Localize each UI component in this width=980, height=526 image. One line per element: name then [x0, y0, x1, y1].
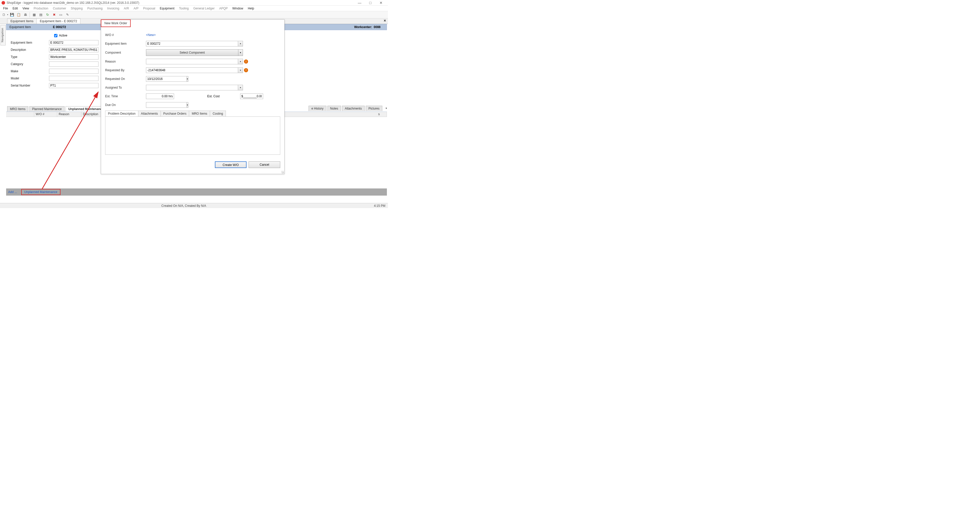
menu-production[interactable]: Production: [32, 6, 50, 11]
dlg-assigned-to-combo[interactable]: ▾: [146, 85, 243, 90]
dlg-reason-combo[interactable]: ▾: [146, 59, 243, 64]
menu-proposal[interactable]: Proposal: [141, 6, 157, 11]
grid-col-description[interactable]: Description: [81, 112, 102, 117]
menu-ar[interactable]: A/R: [122, 6, 131, 11]
dlg-equipment-combo[interactable]: ▾: [146, 41, 243, 46]
menu-tooling[interactable]: Tooling: [177, 6, 191, 11]
menu-view[interactable]: View: [21, 6, 31, 11]
wo-number-value: <New>: [146, 33, 156, 37]
dlg-assigned-to-input[interactable]: [146, 85, 238, 90]
tab-problem-description[interactable]: Problem Description: [105, 110, 138, 116]
dlg-reason-input[interactable]: [146, 59, 238, 64]
menu-edit[interactable]: Edit: [11, 6, 20, 11]
tabs-overflow-icon[interactable]: ▾: [386, 107, 387, 110]
print-icon[interactable]: 🖶: [22, 12, 28, 18]
menu-file[interactable]: File: [1, 6, 10, 11]
maximize-button[interactable]: □: [365, 1, 375, 5]
delete-icon[interactable]: ✖: [51, 12, 57, 18]
description-label: Description: [11, 48, 49, 52]
subtab-notes[interactable]: Notes: [328, 106, 341, 111]
menu-gl[interactable]: General Ledger: [191, 6, 217, 11]
tab-purchase-orders[interactable]: Purchase Orders: [161, 110, 189, 116]
window-title: ShopEdge - logged into database react2db…: [6, 1, 354, 5]
chevron-down-icon[interactable]: ▾: [238, 67, 243, 73]
header-workcenter: Workcenter: 0088: [354, 25, 387, 29]
grid-col-reason[interactable]: Reason: [57, 112, 81, 117]
grid-col-s[interactable]: s: [377, 112, 387, 117]
header-equipment-label: Equipment Item: [6, 25, 34, 29]
dlg-requested-by-input[interactable]: [146, 67, 238, 73]
navigation-panel-tab[interactable]: Navigation: [0, 25, 6, 45]
dlg-due-on-label: Due On: [105, 103, 146, 107]
dlg-requested-by-combo[interactable]: ▾: [146, 67, 243, 73]
menu-equipment[interactable]: Equipment: [158, 6, 177, 11]
menu-shipping[interactable]: Shipping: [68, 6, 85, 11]
minimize-button[interactable]: —: [354, 1, 365, 5]
make-input[interactable]: [49, 69, 99, 74]
chevron-down-icon[interactable]: ▾: [238, 59, 243, 64]
dlg-due-on-input[interactable]: [146, 102, 186, 108]
create-wo-button[interactable]: Create W/O: [215, 161, 247, 168]
tab-equipment-item-detail[interactable]: Equipment Item - E 000272: [37, 18, 80, 24]
dlg-reason-label: Reason: [105, 60, 146, 63]
dlg-requested-on-combo[interactable]: ▾: [146, 76, 177, 82]
chevron-down-icon[interactable]: ▾: [238, 41, 243, 46]
new-dropdown-icon[interactable]: ▾: [7, 14, 8, 16]
menu-customer[interactable]: Customer: [51, 6, 68, 11]
dlg-equipment-input[interactable]: [146, 41, 238, 46]
serial-input[interactable]: [49, 83, 99, 88]
category-input[interactable]: [49, 62, 99, 67]
equipment-item-input[interactable]: [49, 40, 99, 45]
refresh-icon[interactable]: ↻: [45, 12, 50, 18]
menu-ap[interactable]: A/P: [131, 6, 140, 11]
subtab-planned-maintenance[interactable]: Planned Maintenance: [29, 106, 65, 112]
select-component-dropdown-icon[interactable]: ▾: [239, 49, 243, 56]
tab-attachments[interactable]: Attachments: [138, 110, 161, 116]
subtab-history[interactable]: e History: [309, 106, 326, 111]
menu-apqp[interactable]: APQP: [217, 6, 230, 11]
model-input[interactable]: [49, 76, 99, 81]
menu-purchasing[interactable]: Purchasing: [85, 6, 105, 11]
dlg-est-time-input[interactable]: [146, 94, 174, 99]
description-input[interactable]: [49, 47, 99, 53]
copy-icon[interactable]: 📋: [16, 12, 21, 18]
tab-close-icon[interactable]: ✕: [383, 19, 387, 22]
chevron-down-icon[interactable]: ▾: [186, 102, 188, 108]
subtab-pictures[interactable]: Pictures: [366, 106, 382, 111]
menu-window[interactable]: Window: [230, 6, 245, 11]
grid-icon[interactable]: ▦: [32, 12, 37, 18]
edit-icon[interactable]: ✎: [65, 12, 70, 18]
chevron-down-icon[interactable]: ▾: [186, 76, 188, 82]
resize-grip-icon[interactable]: [281, 171, 284, 174]
unplanned-maintenance-button[interactable]: Unplanned Maintenance: [21, 189, 60, 195]
header-equipment-value: E 000272: [34, 25, 85, 29]
chevron-down-icon[interactable]: ▾: [238, 85, 243, 90]
tab-equipment-items[interactable]: Equipment Items: [7, 18, 37, 24]
new-icon[interactable]: 🗋: [1, 12, 6, 18]
cancel-button[interactable]: Cancel: [248, 161, 280, 168]
dlg-est-time-label: Est. Time: [105, 94, 146, 98]
tab-costing[interactable]: Costing: [210, 110, 226, 116]
subtab-unplanned-maintenance[interactable]: Unplanned Maintenance: [65, 106, 107, 112]
add-button[interactable]: Add ...: [8, 190, 17, 194]
select-component-button[interactable]: Select Component: [146, 49, 239, 56]
dlg-est-cost-input[interactable]: [240, 94, 263, 99]
dlg-assigned-to-label: Assigned To: [105, 86, 146, 89]
type-input[interactable]: [49, 54, 99, 59]
active-label: Active: [59, 34, 67, 37]
grid-col-wo[interactable]: W/O #: [34, 112, 57, 117]
problem-description-textarea[interactable]: [105, 116, 280, 155]
menu-invoicing[interactable]: Invoicing: [105, 6, 121, 11]
tab-mro-items[interactable]: MRO Items: [189, 110, 210, 116]
category-label: Category: [11, 62, 49, 66]
active-checkbox[interactable]: [54, 34, 57, 37]
close-button[interactable]: ✕: [375, 1, 387, 5]
save-icon[interactable]: 💾: [9, 12, 15, 18]
form-icon[interactable]: ▭: [58, 12, 64, 18]
subtab-mro-items[interactable]: MRO Items: [7, 106, 28, 112]
subtab-attachments[interactable]: Attachments: [342, 106, 365, 111]
menu-help[interactable]: Help: [246, 6, 256, 11]
dlg-requested-on-input[interactable]: [146, 76, 186, 82]
dlg-due-on-combo[interactable]: ▾: [146, 102, 177, 108]
grid2-icon[interactable]: ▤: [38, 12, 44, 18]
